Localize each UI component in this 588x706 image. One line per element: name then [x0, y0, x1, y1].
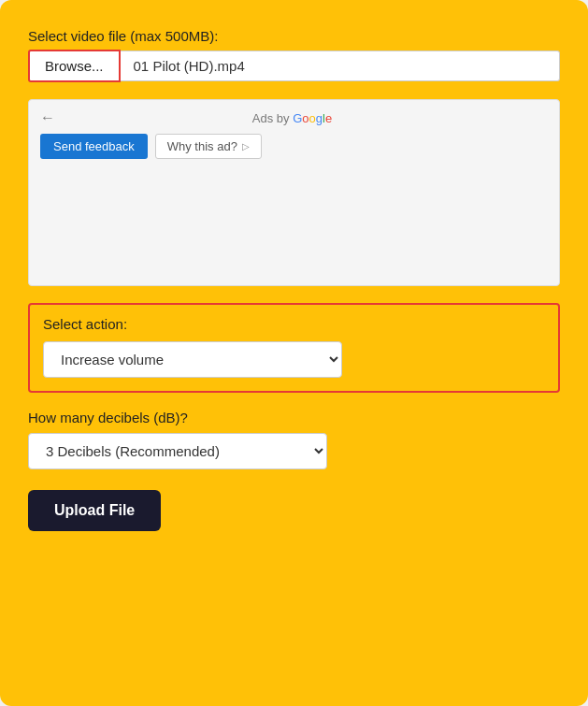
why-this-ad-button[interactable]: Why this ad? ▷: [155, 134, 262, 159]
select-action-label: Select action:: [43, 316, 545, 332]
info-triangle-icon: ▷: [242, 141, 250, 151]
action-select[interactable]: Increase volume Decrease volume Normaliz…: [43, 341, 342, 378]
browse-button[interactable]: Browse...: [28, 50, 121, 82]
send-feedback-button[interactable]: Send feedback: [40, 134, 148, 159]
select-action-section: Select action: Increase volume Decrease …: [28, 303, 560, 393]
decibels-section: How many decibels (dB)? 3 Decibels (Reco…: [28, 410, 560, 469]
ad-box: ← Ads by Google Send feedback Why this a…: [28, 99, 560, 286]
file-name-display: 01 Pilot (HD).mp4: [121, 50, 560, 81]
file-section-label: Select video file (max 500MB):: [28, 28, 560, 44]
ads-by-google-label: Ads by Google: [55, 111, 529, 125]
main-card: Select video file (max 500MB): Browse...…: [0, 0, 588, 706]
google-brand-text: Google: [293, 111, 332, 125]
ad-buttons-row: Send feedback Why this ad? ▷: [40, 134, 548, 159]
decibels-select[interactable]: 3 Decibels (Recommended) 1 Decibel 2 Dec…: [28, 433, 327, 469]
ad-top-row: ← Ads by Google: [40, 109, 548, 126]
why-this-ad-label: Why this ad?: [167, 139, 237, 153]
ad-back-arrow-icon[interactable]: ←: [40, 109, 55, 126]
decibels-label: How many decibels (dB)?: [28, 410, 560, 425]
file-select-row: Browse... 01 Pilot (HD).mp4: [28, 50, 560, 82]
upload-button[interactable]: Upload File: [28, 490, 161, 531]
ads-by-text: Ads by: [252, 111, 293, 125]
file-select-section: Select video file (max 500MB): Browse...…: [28, 28, 560, 82]
